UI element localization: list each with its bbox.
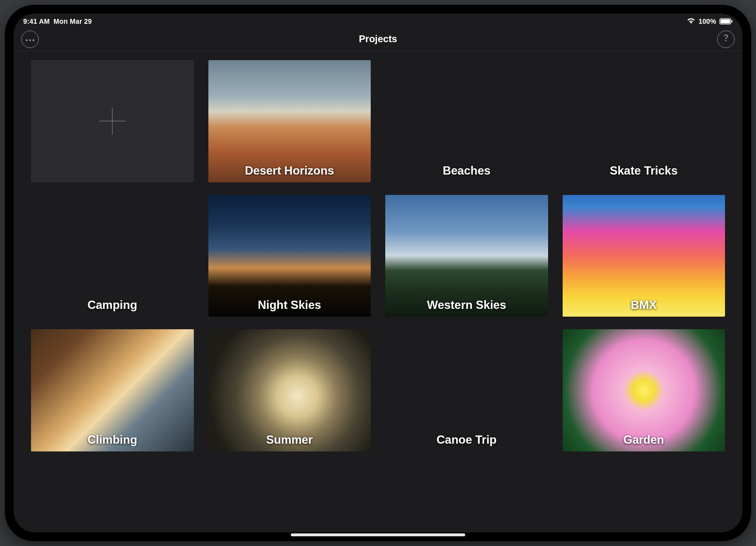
status-bar: 9:41 AM Mon Mar 29 100% (14, 14, 742, 27)
help-button[interactable] (717, 31, 735, 48)
projects-grid: Desert Horizons Beaches Skate Tricks Cam… (31, 60, 725, 451)
status-date: Mon Mar 29 (54, 17, 92, 25)
project-tile[interactable]: Climbing (31, 329, 194, 451)
screen: 9:41 AM Mon Mar 29 100% Projects (14, 14, 742, 532)
svg-rect-2 (731, 20, 732, 23)
project-label: Western Skies (385, 298, 548, 312)
ellipsis-icon (26, 35, 34, 43)
project-label: Beaches (385, 164, 548, 177)
project-label: Desert Horizons (208, 164, 371, 177)
project-tile[interactable]: Desert Horizons (208, 60, 371, 182)
new-project-tile[interactable] (31, 60, 194, 182)
project-label: Night Skies (208, 298, 371, 312)
project-label: Climbing (31, 433, 194, 447)
project-tile[interactable]: Camping (31, 195, 194, 317)
project-tile[interactable]: Beaches (385, 60, 548, 182)
project-label: Skate Tricks (563, 164, 725, 177)
more-button[interactable] (21, 31, 39, 48)
projects-grid-scroll[interactable]: Desert Horizons Beaches Skate Tricks Cam… (14, 51, 742, 532)
project-tile[interactable]: Summer (208, 329, 371, 451)
battery-percentage: 100% (698, 17, 716, 25)
svg-rect-1 (721, 19, 730, 24)
plus-icon (99, 108, 126, 134)
project-label: BMX (563, 298, 725, 312)
svg-point-3 (26, 39, 28, 41)
battery-icon (719, 18, 733, 25)
project-label: Camping (31, 298, 194, 312)
project-label: Garden (563, 433, 725, 447)
project-tile[interactable]: Canoe Trip (385, 329, 548, 451)
project-tile[interactable]: Western Skies (385, 195, 548, 317)
question-icon (724, 34, 728, 44)
nav-bar: Projects (14, 27, 742, 51)
ipad-device-frame: 9:41 AM Mon Mar 29 100% Projects (5, 5, 751, 541)
project-tile[interactable]: BMX (563, 195, 725, 317)
project-tile[interactable]: Night Skies (208, 195, 371, 317)
svg-point-4 (29, 39, 31, 41)
svg-point-5 (32, 39, 34, 41)
project-tile[interactable]: Skate Tricks (563, 60, 725, 182)
page-title: Projects (39, 33, 717, 45)
project-label: Summer (208, 433, 371, 447)
project-label: Canoe Trip (385, 433, 548, 447)
wifi-icon (687, 17, 695, 26)
project-tile[interactable]: Garden (563, 329, 725, 451)
status-time: 9:41 AM (23, 17, 50, 25)
